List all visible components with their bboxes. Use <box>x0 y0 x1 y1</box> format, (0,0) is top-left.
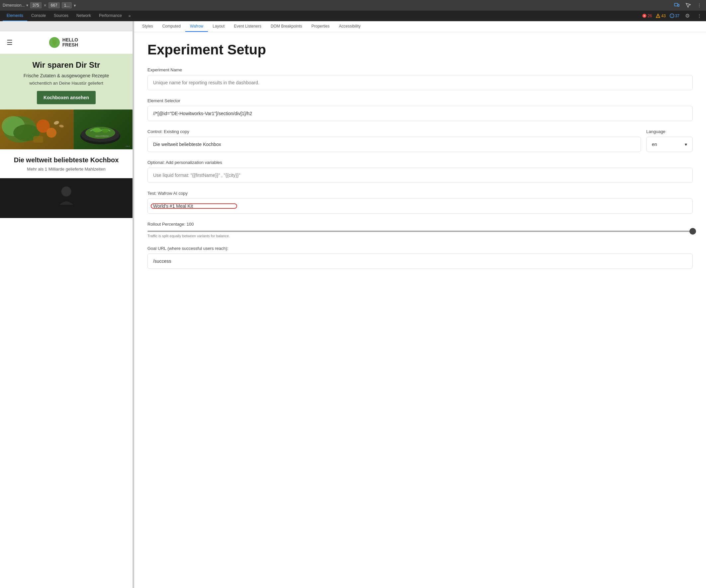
language-group: Language en ▾ <box>646 129 693 152</box>
chevron-down-icon: ▾ <box>26 3 28 8</box>
tab-performance[interactable]: Performance <box>95 11 126 21</box>
personalization-input[interactable] <box>148 168 693 183</box>
test-copy-input[interactable] <box>148 199 693 214</box>
language-select[interactable]: en ▾ <box>646 137 693 152</box>
dimension-selector[interactable]: Dimension... ▾ <box>3 3 28 8</box>
width-value[interactable]: 375 <box>30 2 41 8</box>
rollout-label: Rollout Percentage: 100 <box>148 222 693 227</box>
hf-cta-button[interactable]: Kochboxen ansehen <box>37 91 95 104</box>
experiment-name-label: Experiment Name <box>148 67 693 72</box>
close-devtools-icon[interactable]: ⋮ <box>695 12 703 20</box>
preview-content: ☰ HELLO FRESH Wir sparen <box>0 31 132 588</box>
control-group: Control: Existing copy <box>148 129 641 152</box>
svg-point-21 <box>102 129 109 133</box>
svg-rect-1 <box>678 4 679 6</box>
devtools-tabs: Elements Console Sources Network Perform… <box>0 11 706 21</box>
slider-fill <box>148 230 693 232</box>
experiment-panel: Experiment Setup Experiment Name Element… <box>134 32 706 588</box>
sub-tab-dom-breakpoints[interactable]: DOM Breakpoints <box>266 21 307 32</box>
right-side: Styles Computed Wafrow Layout Event List… <box>134 21 706 588</box>
info-count: i 37 <box>670 13 679 18</box>
chevron-down-icon-zoom: ▾ <box>74 3 76 8</box>
sub-tab-event-listeners[interactable]: Event Listeners <box>229 21 266 32</box>
svg-text:i: i <box>671 14 672 17</box>
sub-tab-properties[interactable]: Properties <box>307 21 335 32</box>
hf-hero: Wir sparen Dir Str Frische Zutaten & aus… <box>0 54 132 149</box>
more-icon[interactable]: ⋮ <box>695 1 703 9</box>
hellofresh-logo-icon <box>48 37 61 48</box>
language-label: Language <box>646 129 693 134</box>
top-toolbar: Dimension... ▾ 375 ✕ 667 1... ▾ ⋮ <box>0 0 706 11</box>
slider-hint: Traffic is split equally between variant… <box>148 234 693 238</box>
svg-rect-0 <box>674 3 678 6</box>
food-image-right: HELLOFRESH <box>74 110 132 149</box>
sub-tab-styles[interactable]: Styles <box>138 21 158 32</box>
sub-tab-wafrow[interactable]: Wafrow <box>185 21 208 32</box>
chevron-down-icon: ▾ <box>685 142 687 147</box>
svg-point-20 <box>93 128 101 132</box>
hf-section-title: Die weltweit beliebteste Kochbox <box>5 156 127 164</box>
experiment-name-group: Experiment Name <box>148 67 693 90</box>
hamburger-icon[interactable]: ☰ <box>7 39 13 46</box>
slider-track <box>148 230 693 232</box>
main-area: ☰ HELLO FRESH Wir sparen <box>0 21 706 588</box>
hf-section-subtitle: Mehr als 1 Milliarde gelieferte Mahlzeit… <box>5 167 127 172</box>
svg-text:HELLOFRESH: HELLOFRESH <box>95 135 109 137</box>
tab-network[interactable]: Network <box>72 11 95 21</box>
food-image-left <box>0 110 74 149</box>
three-dots: ... <box>125 142 130 148</box>
hf-hero-title: Wir sparen Dir Str <box>5 60 127 70</box>
tab-elements[interactable]: Elements <box>3 11 27 21</box>
control-language-row: Control: Existing copy Language en ▾ <box>148 129 693 160</box>
highlighted-input-wrapper <box>148 199 693 214</box>
inspect-icon[interactable] <box>684 1 692 9</box>
rollout-group: Rollout Percentage: 100 Traffic is split… <box>148 222 693 238</box>
error-count: ✕ 26 <box>642 13 652 18</box>
element-selector-label: Element Selector <box>148 98 693 103</box>
svg-point-13 <box>46 128 56 138</box>
toolbar-left: Dimension... ▾ 375 ✕ 667 1... ▾ <box>3 2 670 8</box>
responsive-icon[interactable] <box>673 1 681 9</box>
hf-hero-images: HELLOFRESH <box>0 110 132 149</box>
tab-sources[interactable]: Sources <box>50 11 72 21</box>
language-value: en <box>652 142 657 147</box>
element-selector-input[interactable] <box>148 106 693 121</box>
dimension-label: Dimension... <box>3 3 25 8</box>
rollout-slider-container <box>148 230 693 232</box>
warning-count: ! 43 <box>656 13 665 18</box>
zoom-value[interactable]: 1... <box>62 2 72 8</box>
personalization-group: Optional: Add personalization variables <box>148 160 693 183</box>
svg-point-16 <box>59 124 64 128</box>
hf-header: ☰ HELLO FRESH <box>0 31 132 54</box>
goal-url-label: Goal URL (where successful users reach): <box>148 246 693 251</box>
svg-point-15 <box>53 120 60 125</box>
svg-rect-14 <box>33 136 43 143</box>
experiment-title: Experiment Setup <box>148 42 693 57</box>
slider-thumb[interactable] <box>690 228 696 235</box>
element-selector-group: Element Selector <box>148 98 693 121</box>
cross-icon: ✕ <box>43 3 46 8</box>
svg-rect-23 <box>0 178 132 218</box>
hf-logo: HELLO FRESH <box>48 37 78 48</box>
sub-tab-accessibility[interactable]: Accessibility <box>334 21 365 32</box>
svg-text:!: ! <box>658 14 659 17</box>
tab-more[interactable]: » <box>126 12 133 20</box>
svg-point-24 <box>62 186 71 197</box>
height-value[interactable]: 667 <box>48 2 60 8</box>
goal-url-input[interactable] <box>148 254 693 269</box>
test-copy-label: Test: Wafrow AI copy <box>148 191 693 196</box>
sub-tab-computed[interactable]: Computed <box>158 21 185 32</box>
control-label: Control: Existing copy <box>148 129 641 134</box>
control-input[interactable] <box>148 137 641 152</box>
experiment-name-input[interactable] <box>148 75 693 90</box>
sub-tab-layout[interactable]: Layout <box>208 21 229 32</box>
tab-console[interactable]: Console <box>27 11 50 21</box>
goal-url-group: Goal URL (where successful users reach): <box>148 246 693 269</box>
svg-text:✕: ✕ <box>643 14 645 17</box>
settings-icon[interactable]: ⚙ <box>683 12 692 20</box>
personalization-label: Optional: Add personalization variables <box>148 160 693 165</box>
sub-tabs: Styles Computed Wafrow Layout Event List… <box>134 21 706 32</box>
preview-browser-bar <box>0 21 132 31</box>
preview-panel: ☰ HELLO FRESH Wir sparen <box>0 21 133 588</box>
devtools-right: ✕ 26 ! 43 i 37 ⚙ ⋮ <box>642 12 703 20</box>
